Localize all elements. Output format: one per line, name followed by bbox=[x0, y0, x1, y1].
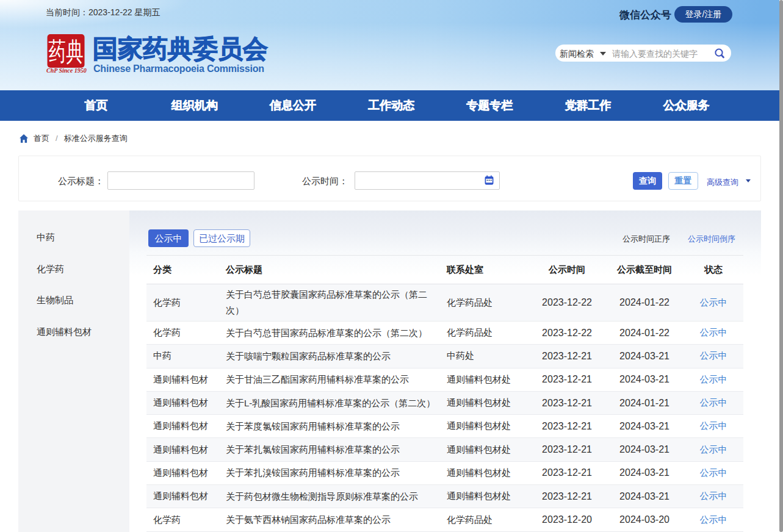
svg-text:药典: 药典 bbox=[49, 38, 84, 66]
